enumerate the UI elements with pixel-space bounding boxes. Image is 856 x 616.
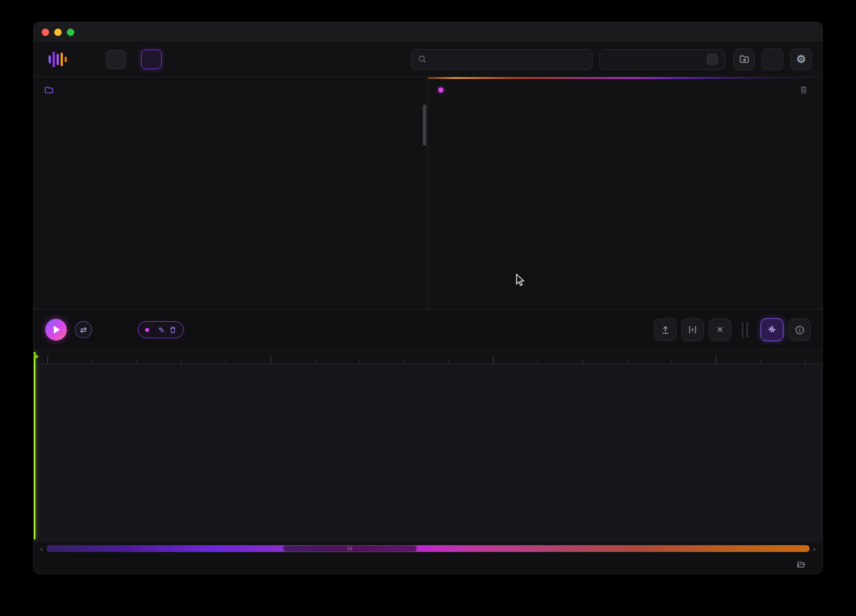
clip-chip[interactable]: ✎	[138, 321, 184, 338]
playhead-marker-icon[interactable]	[34, 353, 39, 360]
view-mode-button[interactable]	[106, 50, 126, 69]
search-input[interactable]	[431, 55, 585, 63]
main-panels	[34, 77, 822, 309]
vertical-scrollbar[interactable]	[423, 105, 426, 146]
active-set-panel	[427, 77, 822, 309]
active-set-header	[428, 77, 822, 102]
traffic-lights	[42, 29, 74, 36]
close-window-button[interactable]	[42, 29, 49, 36]
repeat-icon: ⇄	[80, 325, 87, 334]
browser-panel	[34, 77, 427, 309]
loop-toggle-button[interactable]: ⇄	[75, 321, 92, 338]
zoom-window-button[interactable]	[67, 29, 74, 36]
upload-icon	[661, 325, 670, 335]
app-logo-icon	[49, 50, 67, 69]
close-clip-button[interactable]: ✕	[709, 318, 731, 341]
settings-button[interactable]: ⚙	[790, 49, 812, 70]
app-window: ⚙	[33, 22, 823, 574]
player-bar: ⇄ ✎ ✕	[34, 309, 822, 350]
play-icon	[54, 326, 60, 334]
waveform-canvas[interactable]	[34, 364, 823, 542]
trash-icon[interactable]	[799, 86, 808, 94]
logs-button[interactable]	[797, 560, 810, 569]
overview-scrollbar[interactable]	[46, 545, 810, 552]
export-folder-button[interactable]	[733, 49, 755, 70]
open-folder-icon	[797, 560, 806, 569]
player-actions: ✕	[649, 318, 811, 341]
waveform-display[interactable]	[34, 364, 822, 542]
search-box	[411, 49, 593, 70]
brackets-marker-icon	[687, 325, 698, 335]
waveform-icon	[767, 325, 777, 335]
info-icon	[795, 325, 805, 335]
drag-handle[interactable]	[742, 322, 748, 338]
scrollbar-thumb[interactable]	[283, 545, 417, 552]
folder-icon	[44, 85, 54, 95]
gear-icon: ⚙	[796, 53, 806, 66]
close-icon: ✕	[717, 325, 724, 335]
export-clip-button[interactable]	[654, 318, 677, 341]
delete-clip-icon[interactable]	[169, 326, 177, 334]
clip-dot	[145, 328, 149, 332]
footer	[34, 555, 822, 574]
edit-clip-icon[interactable]: ✎	[158, 326, 165, 334]
waveform-editor[interactable]	[34, 350, 822, 542]
search-icon	[418, 55, 426, 63]
active-set-hotkey	[707, 54, 718, 65]
breadcrumb	[34, 77, 427, 102]
playhead[interactable]	[34, 352, 35, 539]
scroll-left-icon[interactable]: ‹	[38, 545, 45, 553]
titlebar	[34, 22, 822, 42]
help-button[interactable]	[762, 49, 783, 70]
overview-scroll-row: ‹ ›	[34, 542, 822, 555]
scroll-right-icon[interactable]: ›	[811, 545, 818, 553]
play-button[interactable]	[45, 319, 67, 341]
waveform-view-button[interactable]	[761, 318, 783, 341]
minimize-window-button[interactable]	[54, 29, 62, 36]
info-button[interactable]	[788, 318, 811, 341]
auto-toggle-button[interactable]	[141, 50, 162, 69]
header: ⚙	[34, 42, 822, 77]
active-set-selector[interactable]	[599, 49, 725, 70]
set-color-dot	[438, 87, 443, 93]
timeline-ruler[interactable]	[34, 350, 822, 364]
folder-import-icon	[739, 54, 750, 65]
panel-accent-border	[428, 77, 822, 79]
mouse-cursor	[514, 273, 526, 287]
set-clip-region-button[interactable]	[681, 318, 704, 341]
